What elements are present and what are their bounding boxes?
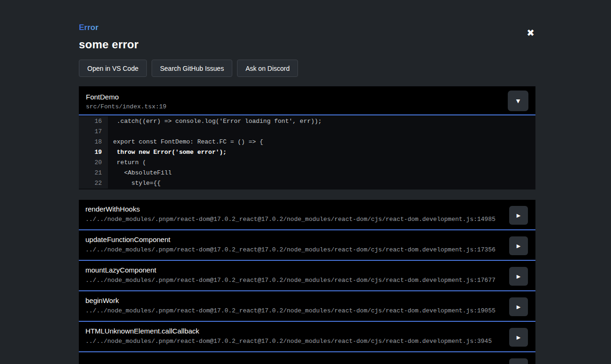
code-text: return (	[108, 158, 146, 168]
stack-frame-row: updateFunctionComponent ../../node_modul…	[79, 230, 535, 261]
code-line: 20 return (	[79, 158, 535, 168]
line-number: 17	[79, 127, 108, 137]
stack-frame-function-name: mountLazyComponent	[85, 266, 156, 274]
code-line: 19 throw new Error('some error');	[79, 147, 535, 158]
chevron-down-icon[interactable]: ▼	[508, 91, 528, 111]
stack-frame-row: beginWork ../../node_modules/.pnpm/react…	[79, 291, 535, 322]
code-text: style={{	[108, 178, 160, 189]
line-number: 21	[79, 168, 108, 178]
code-line: 21 <AbsoluteFill	[79, 168, 535, 178]
expand-frame-icon[interactable]: ▶	[509, 236, 528, 255]
code-frame-function-name: FontDemo	[86, 93, 119, 101]
stack-frame-function-name: HTMLUnknownElement.callCallback	[85, 327, 199, 335]
code-text	[108, 127, 113, 137]
code-line: 17	[79, 127, 535, 137]
expand-frame-icon[interactable]: ▶	[509, 267, 528, 286]
code-line: 22 style={{	[79, 178, 535, 189]
stack-frame-location: ../../node_modules/.pnpm/react-dom@17.0.…	[85, 338, 492, 345]
stack-frame-location: ../../node_modules/.pnpm/react-dom@17.0.…	[85, 246, 496, 253]
action-button[interactable]: Search GitHub Issues	[152, 60, 232, 77]
code-text: <AbsoluteFill	[108, 168, 172, 178]
action-button[interactable]: Open in VS Code	[79, 60, 147, 77]
code-text: export const FontDemo: React.FC = () => …	[108, 137, 263, 147]
stack-frame-function-name: beginWork	[85, 296, 119, 304]
stack-frame-row-partial: ▶	[79, 352, 535, 364]
code-text: .catch((err) => console.log('Error loadi…	[108, 116, 322, 127]
stack-frame-row: HTMLUnknownElement.callCallback ../../no…	[79, 322, 535, 352]
error-type-label: Error	[79, 23, 99, 32]
stack-frame-function-name: updateFunctionComponent	[85, 235, 170, 243]
stack-trace-list: renderWithHooks ../../node_modules/.pnpm…	[79, 200, 535, 364]
expand-frame-icon[interactable]: ▶	[509, 358, 528, 364]
expand-frame-icon[interactable]: ▶	[509, 297, 528, 316]
stack-frame-function-name: renderWithHooks	[85, 205, 140, 213]
stack-frame-location: ../../node_modules/.pnpm/react-dom@17.0.…	[85, 307, 496, 314]
action-button[interactable]: Ask on Discord	[237, 60, 298, 77]
code-frame-header: FontDemo src/Fonts/index.tsx:19 ▼	[79, 86, 535, 115]
stack-frame-location: ../../node_modules/.pnpm/react-dom@17.0.…	[85, 277, 496, 284]
code-block: 16 .catch((err) => console.log('Error lo…	[79, 115, 535, 190]
expand-frame-icon[interactable]: ▶	[509, 206, 528, 225]
code-text: throw new Error('some error');	[108, 147, 227, 158]
stack-frame-location: ../../node_modules/.pnpm/react-dom@17.0.…	[85, 216, 496, 223]
line-number: 22	[79, 178, 108, 189]
stack-frame-row: renderWithHooks ../../node_modules/.pnpm…	[79, 200, 535, 230]
code-line: 18 export const FontDemo: React.FC = () …	[79, 137, 535, 147]
action-buttons-row: Open in VS Code Search GitHub Issues Ask…	[79, 60, 535, 77]
line-number: 18	[79, 137, 108, 147]
code-frame-location: src/Fonts/index.tsx:19	[86, 103, 167, 110]
line-number: 20	[79, 158, 108, 168]
code-line: 16 .catch((err) => console.log('Error lo…	[79, 116, 535, 127]
error-overlay: Error some error Open in VS Code Search …	[79, 0, 535, 364]
expand-frame-icon[interactable]: ▶	[509, 328, 528, 347]
error-message: some error	[79, 38, 535, 51]
line-number: 16	[79, 116, 108, 127]
code-frame-panel: FontDemo src/Fonts/index.tsx:19 ▼ 16 .ca…	[79, 86, 535, 190]
stack-frame-row: mountLazyComponent ../../node_modules/.p…	[79, 261, 535, 291]
line-number: 19	[79, 147, 108, 158]
